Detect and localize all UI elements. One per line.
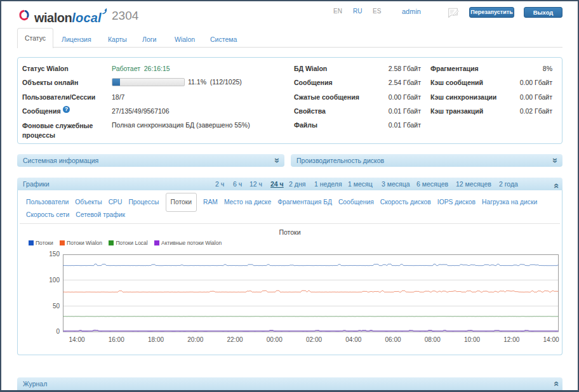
svg-text:18:00: 18:00	[148, 336, 164, 343]
svg-text:14:00: 14:00	[543, 336, 559, 343]
svg-text:16:00: 16:00	[109, 336, 124, 343]
svg-text:12:00: 12:00	[503, 336, 519, 343]
svg-text:22:00: 22:00	[227, 336, 243, 343]
svg-text:10:00: 10:00	[464, 336, 480, 343]
svg-text:06:00: 06:00	[385, 336, 401, 343]
svg-text:20:00: 20:00	[187, 336, 203, 343]
svg-text:150: 150	[49, 251, 60, 258]
svg-text:50: 50	[53, 303, 60, 310]
svg-text:0: 0	[56, 328, 60, 335]
svg-text:14:00: 14:00	[69, 336, 84, 343]
svg-text:04:00: 04:00	[345, 336, 361, 343]
svg-text:100: 100	[49, 277, 60, 284]
svg-text:02:00: 02:00	[306, 336, 322, 343]
svg-text:08:00: 08:00	[425, 336, 441, 343]
svg-text:00:00: 00:00	[267, 336, 283, 343]
